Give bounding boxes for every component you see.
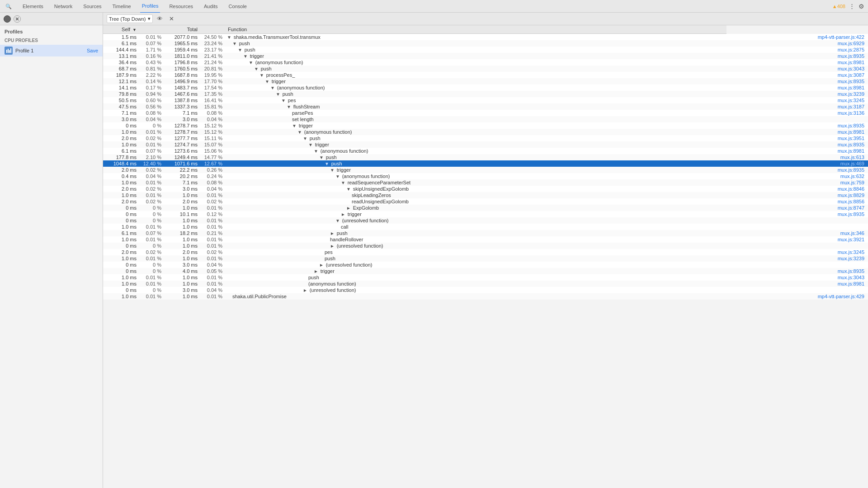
source-link[interactable]: mux.js:3245 [726,97,868,103]
source-link[interactable]: mp4-vtt-parser.js:429 [726,293,868,300]
table-row[interactable]: 2.0 ms0.02 %1277.7 ms15.11 %▼ pushmux.js… [103,135,868,141]
source-link[interactable]: mux.js:8981 [726,129,868,135]
source-link[interactable]: mux.js:6929 [726,40,868,47]
source-link[interactable]: mux.js:346 [726,230,868,236]
source-link[interactable]: mux.js:8935 [726,78,868,84]
table-row[interactable]: 36.4 ms0.43 %1796.8 ms21.24 %▼ (anonymou… [103,59,868,66]
source-link[interactable]: mux.js:8935 [726,211,868,217]
table-row[interactable]: 2.0 ms0.02 %2.0 ms0.02 %pesmux.js:3245 [103,249,868,255]
table-row[interactable]: 144.4 ms1.71 %1959.4 ms23.17 %▼ pushmux.… [103,47,868,53]
source-link[interactable]: mux.js:8935 [726,167,868,173]
source-link[interactable]: mux.js:3043 [726,274,868,281]
table-row[interactable]: 1.0 ms0.01 %1.0 ms0.01 %skipLeadingZeros… [103,192,868,198]
table-row[interactable]: 0 ms0 %1278.7 ms15.12 %▼ triggermux.js:8… [103,122,868,129]
focus-button[interactable]: 👁 [156,14,165,23]
table-row[interactable]: 0 ms0 %1.0 ms0.01 %► ExpGolombmux.js:874… [103,205,868,211]
tab-resources[interactable]: Resources [167,0,195,13]
table-row[interactable]: 1.0 ms0.01 %1.0 ms0.01 %call [103,224,868,230]
table-row[interactable]: 1.0 ms0.01 %1274.7 ms15.07 %▼ triggermux… [103,141,868,148]
table-row[interactable]: 187.9 ms2.22 %1687.8 ms19.95 %▼ processP… [103,72,868,78]
table-row[interactable]: 1.0 ms0.01 %1.0 ms0.01 %handleRollovermu… [103,236,868,243]
table-row[interactable]: 0 ms0 %1.0 ms0.01 %► (unresolved functio… [103,243,868,249]
table-row[interactable]: 6.1 ms0.07 %18.2 ms0.21 %► pushmux.js:34… [103,230,868,236]
source-link[interactable]: mux.js:3043 [726,66,868,72]
table-row[interactable]: 1.0 ms0.01 %1.0 ms0.01 %pushmux.js:3043 [103,274,868,281]
tab-sources[interactable]: Sources [81,0,103,13]
function-header[interactable]: Function [225,25,726,34]
table-row[interactable]: 0 ms0 %3.0 ms0.04 %► (unresolved functio… [103,287,868,293]
table-row[interactable]: 1.0 ms0.01 %1278.7 ms15.12 %▼ (anonymous… [103,129,868,135]
table-row[interactable]: 79.8 ms0.94 %1467.6 ms17.35 %▼ pushmux.j… [103,91,868,97]
source-link[interactable]: mux.js:8935 [726,141,868,148]
source-link[interactable]: mux.js:469 [726,160,868,167]
profile-table-wrapper[interactable]: Self ▼ Total Function 1.5 ms0.01 %2077.0… [103,25,868,488]
source-link[interactable]: mux.js:3239 [726,91,868,97]
tab-timeline[interactable]: Timeline [111,0,133,13]
table-row[interactable]: 7.1 ms0.08 %7.1 ms0.08 %parsePesmux.js:3… [103,110,868,116]
source-link[interactable]: mux.js:613 [726,154,868,160]
expand-icon[interactable]: ⋮ [849,3,855,9]
source-link[interactable]: mux.js:8981 [726,59,868,66]
table-row[interactable]: 1.5 ms0.01 %2077.0 ms24.50 %▼ shaka.medi… [103,34,868,41]
profile-1-item[interactable]: Profile 1 Save [0,45,103,56]
table-row[interactable]: 0 ms0 %4.0 ms0.05 %► triggermux.js:8935 [103,268,868,274]
source-link[interactable]: mux.js:3921 [726,236,868,243]
table-row[interactable]: 0 ms0 %3.0 ms0.04 %► (unresolved functio… [103,262,868,268]
table-row[interactable]: 14.1 ms0.17 %1483.7 ms17.54 %▼ (anonymou… [103,84,868,91]
settings-icon[interactable]: ⚙ [859,3,864,10]
source-link[interactable]: mux.js:8935 [726,268,868,274]
source-link[interactable]: mux.js:3087 [726,72,868,78]
table-row[interactable]: 12.1 ms0.14 %1496.9 ms17.70 %▼ triggermu… [103,78,868,84]
source-link[interactable]: mux.js:8935 [726,122,868,129]
table-row[interactable]: 2.0 ms0.02 %3.0 ms0.04 %▼ skipUnsignedEx… [103,186,868,192]
table-row[interactable]: 2.0 ms0.02 %22.2 ms0.26 %▼ triggermux.js… [103,167,868,173]
view-dropdown[interactable]: Tree (Top Down) ▾ [107,14,153,23]
source-link[interactable]: mux.js:3239 [726,255,868,262]
table-row[interactable]: 0.4 ms0.04 %20.2 ms0.24 %▼ (anonymous fu… [103,173,868,179]
close-button[interactable]: ✕ [167,14,176,23]
tab-audits[interactable]: Audits [202,0,220,13]
save-button[interactable]: Save [87,48,98,53]
source-link[interactable]: mux.js:3951 [726,135,868,141]
source-link[interactable]: mux.js:8747 [726,205,868,211]
source-link[interactable]: mux.js:8981 [726,281,868,287]
source-link[interactable]: mux.js:3136 [726,110,868,116]
source-link[interactable]: mux.js:2875 [726,47,868,53]
source-link[interactable]: mux.js:8846 [726,186,868,192]
source-link[interactable]: mux.js:3187 [726,103,868,110]
source-link[interactable]: mux.js:3245 [726,249,868,255]
total-header[interactable]: Total [164,25,200,34]
tab-console[interactable]: Console [227,0,249,13]
table-row[interactable]: 50.5 ms0.60 %1387.8 ms16.41 %▼ pesmux.js… [103,97,868,103]
table-row[interactable]: 13.1 ms0.16 %1811.0 ms21.41 %▼ triggermu… [103,53,868,59]
source-link[interactable]: mux.js:8829 [726,192,868,198]
table-row[interactable]: 68.7 ms0.81 %1760.5 ms20.81 %▼ pushmux.j… [103,66,868,72]
tab-network[interactable]: Network [52,0,74,13]
source-link[interactable]: mux.js:8935 [726,53,868,59]
table-row[interactable]: 6.1 ms0.07 %1273.6 ms15.06 %▼ (anonymous… [103,148,868,154]
clear-button[interactable] [14,15,21,23]
source-link[interactable]: mux.js:8981 [726,84,868,91]
table-row[interactable]: 1.0 ms0.01 %1.0 ms0.01 %shaka.util.Publi… [103,293,868,300]
source-link[interactable]: mux.js:632 [726,173,868,179]
search-icon[interactable]: 🔍 [4,0,14,13]
tab-elements[interactable]: Elements [21,0,45,13]
table-row[interactable]: 0 ms0 %1.0 ms0.01 %▼ (unresolved functio… [103,217,868,224]
warning-count[interactable]: ▲408 [832,4,845,9]
source-link[interactable]: mux.js:759 [726,179,868,186]
table-row[interactable]: 6.1 ms0.07 %1965.5 ms23.24 %▼ pushmux.js… [103,40,868,47]
table-row[interactable]: 2.0 ms0.02 %2.0 ms0.02 %readUnsignedExpG… [103,198,868,205]
record-stop-button[interactable] [4,15,11,23]
table-row[interactable]: 1.0 ms0.01 %1.0 ms0.01 %pushmux.js:3239 [103,255,868,262]
table-row[interactable]: 3.0 ms0.04 %3.0 ms0.04 %set length [103,116,868,122]
tab-profiles[interactable]: Profiles [140,0,160,13]
source-link[interactable]: mux.js:8981 [726,148,868,154]
self-header[interactable]: Self ▼ [103,25,139,34]
table-row[interactable]: 47.5 ms0.56 %1337.3 ms15.81 %▼ flushStre… [103,103,868,110]
table-row[interactable]: 0 ms0 %10.1 ms0.12 %► triggermux.js:8935 [103,211,868,217]
table-row[interactable]: 1.0 ms0.01 %7.1 ms0.08 %▼ readSequencePa… [103,179,868,186]
table-row[interactable]: 177.8 ms2.10 %1249.4 ms14.77 %▼ pushmux.… [103,154,868,160]
table-row[interactable]: 1048.4 ms12.40 %1071.6 ms12.67 %▼ pushmu… [103,160,868,167]
table-row[interactable]: 1.0 ms0.01 %1.0 ms0.01 %(anonymous funct… [103,281,868,287]
source-link[interactable]: mux.js:8856 [726,198,868,205]
